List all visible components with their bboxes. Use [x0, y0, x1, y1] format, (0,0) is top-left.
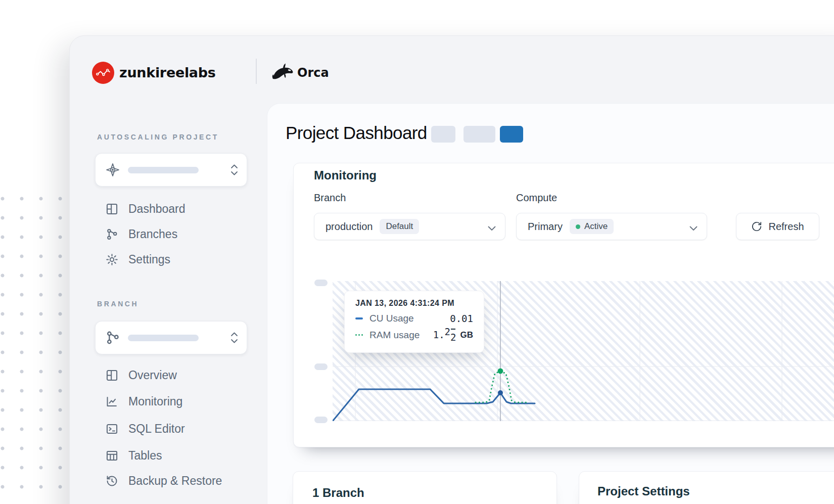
sidebar-item-label: Monitoring: [128, 395, 182, 408]
ram-label: RAM usage: [369, 330, 420, 341]
ram-legend-dots-icon: [355, 334, 363, 336]
cu-label: CU Usage: [369, 313, 414, 324]
page-title: Project Dashboard: [286, 123, 427, 143]
gear-icon: [105, 253, 119, 266]
sidebar-item-sql-editor[interactable]: SQL Editor: [105, 418, 185, 440]
monitoring-card: Monitoring Branch production Default Com…: [293, 163, 834, 447]
active-badge-label: Active: [584, 221, 608, 232]
sidebar-item-label: SQL Editor: [128, 422, 185, 436]
sidebar-item-monitoring[interactable]: Monitoring: [105, 390, 182, 413]
compute-select[interactable]: Primary Active: [516, 213, 707, 240]
ram-value: 1.22GB: [433, 329, 473, 341]
select-chevrons-icon: [230, 331, 239, 344]
skeleton-axis-label: [314, 280, 328, 286]
dashboard-icon: [105, 202, 119, 216]
branch-section-label: BRANCH: [97, 300, 138, 308]
sidebar-item-label: Dashboard: [128, 202, 186, 216]
ram-unit: GB: [460, 330, 474, 340]
decorative-dot-grid: [0, 191, 71, 504]
project-settings-card-title: Project Settings: [597, 484, 690, 498]
refresh-button[interactable]: Refresh: [736, 213, 819, 240]
main-panel: Project Dashboard Monitoring Branch prod…: [267, 103, 834, 504]
refresh-icon: [751, 221, 762, 232]
ram-rolling-dash: [451, 329, 455, 330]
branch-select[interactable]: production Default: [314, 213, 505, 240]
terminal-icon: [105, 422, 119, 436]
branch-icon: [105, 330, 121, 346]
table-icon: [105, 449, 119, 463]
sidebar-item-label: Settings: [128, 253, 170, 266]
page: zunkireelabs Orca AUTOSCALING PROJECT: [0, 0, 834, 504]
tooltip-timestamp: JAN 13, 2026 4:31:24 PM: [355, 299, 473, 308]
skeleton-project-name: [128, 167, 199, 173]
sidebar-item-overview[interactable]: Overview: [105, 364, 177, 386]
chevron-down-icon: [488, 224, 496, 229]
monitoring-heading: Monitoring: [314, 168, 377, 182]
skeleton-button-1[interactable]: [431, 126, 455, 143]
ram-rolling-column: 2: [450, 332, 456, 343]
sidebar-item-label: Tables: [128, 449, 162, 463]
cu-value: 0.01: [450, 313, 473, 324]
branch-select-sidebar[interactable]: [95, 321, 247, 354]
skeleton-axis-label: [314, 417, 328, 423]
app-window: zunkireelabs Orca AUTOSCALING PROJECT: [69, 35, 834, 504]
branches-card-title: 1 Branch: [312, 486, 364, 500]
compass-icon: [105, 162, 121, 178]
product-name: Orca: [297, 66, 329, 80]
ram-rolling-digit-down: 2: [450, 332, 456, 343]
branches-card: 1 Branch: [293, 471, 557, 504]
chevron-down-icon: [689, 224, 698, 229]
tooltip-ram-row: RAM usage 1.22GB: [355, 329, 473, 341]
ram-rolling-digit-up: 2: [445, 326, 450, 337]
orca-icon: [271, 62, 294, 83]
active-badge: Active: [570, 219, 614, 234]
default-badge: Default: [380, 219, 419, 234]
project-section-label: AUTOSCALING PROJECT: [97, 133, 219, 141]
sidebar-item-tables[interactable]: Tables: [105, 444, 162, 467]
brand-logo[interactable]: [92, 62, 114, 84]
cu-legend-dash-icon: [355, 317, 363, 319]
tooltip-cu-row: CU Usage 0.01: [355, 313, 473, 324]
history-clock-icon: [105, 474, 119, 488]
project-select[interactable]: [95, 153, 247, 187]
overview-icon: [105, 369, 119, 382]
sidebar-item-dashboard[interactable]: Dashboard: [105, 198, 186, 220]
sidebar-item-settings[interactable]: Settings: [105, 248, 170, 270]
branch-field-label: Branch: [314, 192, 346, 204]
sidebar-item-label: Overview: [128, 369, 177, 382]
compute-select-value: Primary: [528, 221, 563, 233]
header-divider: [256, 59, 257, 84]
sidebar-item-branches[interactable]: Branches: [105, 223, 177, 245]
monitoring-chart-icon: [105, 395, 119, 408]
sidebar-item-backup-restore[interactable]: Backup & Restore: [105, 470, 222, 492]
sidebar-item-label: Backup & Restore: [128, 474, 222, 488]
compute-field-label: Compute: [516, 192, 557, 204]
active-status-dot: [576, 224, 580, 229]
ram-value-prefix: 1.: [433, 329, 445, 340]
skeleton-button-2[interactable]: [464, 126, 495, 143]
skeleton-branch-name: [128, 335, 199, 341]
default-badge-label: Default: [386, 221, 413, 232]
line-chart-logo-icon: [94, 63, 113, 82]
skeleton-button-primary[interactable]: [500, 126, 523, 143]
refresh-label: Refresh: [768, 221, 804, 233]
chart-tooltip: JAN 13, 2026 4:31:24 PM CU Usage 0.01 RA…: [344, 291, 484, 353]
sidebar-item-label: Branches: [128, 227, 177, 241]
project-settings-card: Project Settings: [579, 471, 834, 504]
brand-name: zunkireelabs: [119, 65, 216, 80]
branches-icon: [105, 227, 119, 241]
skeleton-axis-label: [314, 363, 328, 370]
select-chevrons-icon: [230, 163, 239, 176]
branch-select-value: production: [326, 221, 373, 233]
